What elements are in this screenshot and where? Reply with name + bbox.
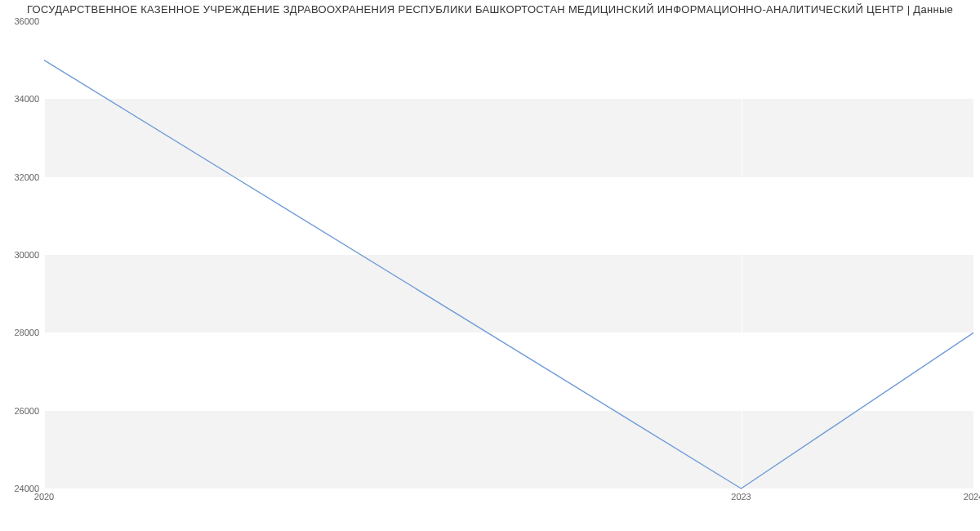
x-tick-label: 2023 [731, 492, 751, 502]
line-series [44, 21, 973, 489]
y-tick-label: 28000 [2, 328, 39, 337]
y-tick-label: 32000 [2, 172, 39, 182]
y-tick-label: 34000 [2, 94, 39, 104]
grid-vline [973, 21, 974, 489]
y-tick-label: 26000 [2, 406, 39, 416]
chart-title: ГОСУДАРСТВЕННОЕ КАЗЕННОЕ УЧРЕЖДЕНИЕ ЗДРА… [0, 3, 980, 16]
data-line [44, 60, 973, 489]
x-tick-label: 2024 [964, 492, 980, 502]
x-tick-label: 2020 [34, 492, 54, 502]
y-tick-label: 36000 [2, 16, 39, 26]
y-tick-label: 30000 [2, 250, 39, 260]
plot-area [44, 21, 973, 489]
